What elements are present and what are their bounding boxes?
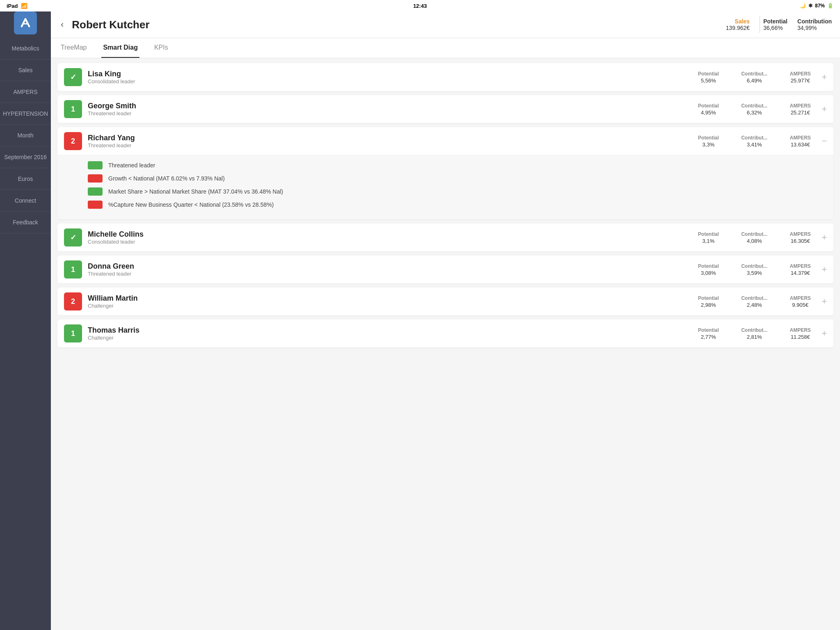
person-badge-lisa-king: ✓ bbox=[64, 68, 82, 86]
person-role-william-martin: Challenger bbox=[88, 303, 692, 309]
person-name-lisa-king: Lisa King bbox=[88, 70, 692, 78]
person-row-donna-green[interactable]: 1 Donna Green Threatened leader Potentia… bbox=[57, 256, 833, 283]
battery-icon: 🔋 bbox=[827, 3, 833, 9]
expand-btn-lisa-king[interactable]: + bbox=[822, 72, 827, 82]
sidebar-item-month[interactable]: Month bbox=[0, 125, 51, 146]
person-name-michelle-collins: Michelle Collins bbox=[88, 230, 692, 239]
expand-btn-donna-green[interactable]: + bbox=[822, 264, 827, 275]
sidebar-item-sales[interactable]: Sales bbox=[0, 59, 51, 81]
expand-btn-richard-yang[interactable]: − bbox=[822, 136, 827, 146]
person-info-lisa-king: Lisa King Consolidated leader bbox=[88, 70, 692, 84]
metric-contribution-michelle-collins: Contribut... 4,08% bbox=[738, 231, 771, 244]
ipad-label: iPad bbox=[7, 3, 18, 9]
person-metrics-george-smith: Potential 4,95% Contribut... 6,32% AMPER… bbox=[692, 103, 817, 116]
detail-indicator bbox=[88, 201, 103, 209]
metric-potential-donna-green: Potential 3,08% bbox=[692, 263, 725, 276]
person-card-william-martin: 2 William Martin Challenger Potential 2,… bbox=[57, 288, 833, 315]
person-info-george-smith: George Smith Threatened leader bbox=[88, 102, 692, 116]
page-title: Robert Kutcher bbox=[72, 18, 712, 31]
metric-ampers-lisa-king: AMPERS 25.977€ bbox=[784, 71, 817, 84]
expand-btn-george-smith[interactable]: + bbox=[822, 104, 827, 114]
detail-indicator bbox=[88, 161, 103, 169]
person-row-michelle-collins[interactable]: ✓ Michelle Collins Consolidated leader P… bbox=[57, 224, 833, 251]
person-row-richard-yang[interactable]: 2 Richard Yang Threatened leader Potenti… bbox=[57, 127, 833, 155]
sidebar-item-euros[interactable]: Euros bbox=[0, 168, 51, 190]
metric-ampers-george-smith: AMPERS 25.271€ bbox=[784, 103, 817, 116]
person-badge-richard-yang: 2 bbox=[64, 132, 82, 150]
battery-label: 87% bbox=[815, 3, 825, 9]
app-logo[interactable] bbox=[14, 11, 37, 34]
person-role-richard-yang: Threatened leader bbox=[88, 142, 692, 148]
metric-ampers-thomas-harris: AMPERS 11.258€ bbox=[784, 327, 817, 340]
persons-list: ✓ Lisa King Consolidated leader Potentia… bbox=[51, 58, 840, 630]
person-row-george-smith[interactable]: 1 George Smith Threatened leader Potenti… bbox=[57, 95, 833, 123]
bluetooth-icon: ✻ bbox=[808, 3, 813, 9]
detail-row: %Capture New Business Quarter < National… bbox=[88, 201, 825, 209]
tab-treemap[interactable]: TreeMap bbox=[59, 38, 88, 58]
sidebar-item-connect[interactable]: Connect bbox=[0, 190, 51, 212]
person-row-william-martin[interactable]: 2 William Martin Challenger Potential 2,… bbox=[57, 288, 833, 315]
detail-row: Market Share > National Market Share (MA… bbox=[88, 187, 825, 196]
person-badge-michelle-collins: ✓ bbox=[64, 228, 82, 247]
person-role-lisa-king: Consolidated leader bbox=[88, 78, 692, 84]
tab-smartdiag[interactable]: Smart Diag bbox=[101, 38, 139, 58]
sidebar-item-september2016[interactable]: September 2016 bbox=[0, 146, 51, 168]
metric-contribution-thomas-harris: Contribut... 2,81% bbox=[738, 327, 771, 340]
person-info-thomas-harris: Thomas Harris Challenger bbox=[88, 326, 692, 341]
person-name-richard-yang: Richard Yang bbox=[88, 134, 692, 142]
person-name-george-smith: George Smith bbox=[88, 102, 692, 110]
metric-contribution-william-martin: Contribut... 2,48% bbox=[738, 295, 771, 308]
person-badge-donna-green: 1 bbox=[64, 260, 82, 278]
header-stats: Sales 139.962€ Potential 36,66% Contribu… bbox=[719, 16, 832, 33]
tab-kpis[interactable]: KPIs bbox=[153, 38, 170, 58]
metric-ampers-donna-green: AMPERS 14.379€ bbox=[784, 263, 817, 276]
expand-btn-thomas-harris[interactable]: + bbox=[822, 328, 827, 339]
person-metrics-thomas-harris: Potential 2,77% Contribut... 2,81% AMPER… bbox=[692, 327, 817, 340]
detail-indicator bbox=[88, 174, 103, 183]
person-row-lisa-king[interactable]: ✓ Lisa King Consolidated leader Potentia… bbox=[57, 63, 833, 91]
metric-ampers-michelle-collins: AMPERS 16.305€ bbox=[784, 231, 817, 244]
person-role-george-smith: Threatened leader bbox=[88, 110, 692, 116]
detail-row: Threatened leader bbox=[88, 161, 825, 169]
person-card-lisa-king: ✓ Lisa King Consolidated leader Potentia… bbox=[57, 63, 833, 91]
potential-contribution-stat: Potential 36,66% Contribution 34,99% bbox=[763, 18, 832, 31]
person-detail-richard-yang: Threatened leader Growth < National (MAT… bbox=[57, 155, 833, 219]
detail-indicator bbox=[88, 187, 103, 196]
sales-value: 139.962€ bbox=[726, 25, 749, 31]
person-metrics-richard-yang: Potential 3,3% Contribut... 3,41% AMPERS… bbox=[692, 135, 817, 148]
person-role-donna-green: Threatened leader bbox=[88, 271, 692, 277]
person-metrics-donna-green: Potential 3,08% Contribut... 3,59% AMPER… bbox=[692, 263, 817, 276]
person-card-richard-yang: 2 Richard Yang Threatened leader Potenti… bbox=[57, 127, 833, 219]
person-info-richard-yang: Richard Yang Threatened leader bbox=[88, 134, 692, 148]
expand-btn-william-martin[interactable]: + bbox=[822, 296, 827, 307]
person-metrics-william-martin: Potential 2,98% Contribut... 2,48% AMPER… bbox=[692, 295, 817, 308]
sidebar-item-hypertension[interactable]: HYPERTENSION bbox=[0, 103, 51, 125]
detail-text: Threatened leader bbox=[108, 162, 155, 169]
sidebar-item-feedback[interactable]: Feedback bbox=[0, 212, 51, 233]
metric-potential-william-martin: Potential 2,98% bbox=[692, 295, 725, 308]
person-info-michelle-collins: Michelle Collins Consolidated leader bbox=[88, 230, 692, 245]
person-info-donna-green: Donna Green Threatened leader bbox=[88, 262, 692, 277]
sidebar-item-ampers[interactable]: AMPERS bbox=[0, 81, 51, 103]
person-name-thomas-harris: Thomas Harris bbox=[88, 326, 692, 335]
person-badge-thomas-harris: 1 bbox=[64, 324, 82, 342]
metric-potential-thomas-harris: Potential 2,77% bbox=[692, 327, 725, 340]
main-content: ‹ Robert Kutcher Sales 139.962€ Potentia… bbox=[51, 11, 840, 630]
back-button[interactable]: ‹ bbox=[59, 18, 65, 32]
person-name-donna-green: Donna Green bbox=[88, 262, 692, 271]
tab-bar: TreeMapSmart DiagKPIs bbox=[51, 38, 840, 58]
sidebar: MetabolicsSalesAMPERSHYPERTENSIONMonthSe… bbox=[0, 0, 51, 630]
wifi-icon: 📶 bbox=[21, 3, 27, 9]
stat-divider bbox=[760, 16, 760, 33]
metric-potential-richard-yang: Potential 3,3% bbox=[692, 135, 725, 148]
status-time: 12:43 bbox=[413, 3, 427, 9]
contribution-stat: Contribution 34,99% bbox=[797, 18, 832, 31]
sidebar-item-metabolics[interactable]: Metabolics bbox=[0, 38, 51, 59]
person-row-thomas-harris[interactable]: 1 Thomas Harris Challenger Potential 2,7… bbox=[57, 320, 833, 347]
person-card-donna-green: 1 Donna Green Threatened leader Potentia… bbox=[57, 256, 833, 283]
person-badge-william-martin: 2 bbox=[64, 292, 82, 310]
detail-text: Market Share > National Market Share (MA… bbox=[108, 188, 283, 195]
expand-btn-michelle-collins[interactable]: + bbox=[822, 232, 827, 243]
moon-icon: 🌙 bbox=[800, 3, 806, 9]
metric-potential-michelle-collins: Potential 3,1% bbox=[692, 231, 725, 244]
